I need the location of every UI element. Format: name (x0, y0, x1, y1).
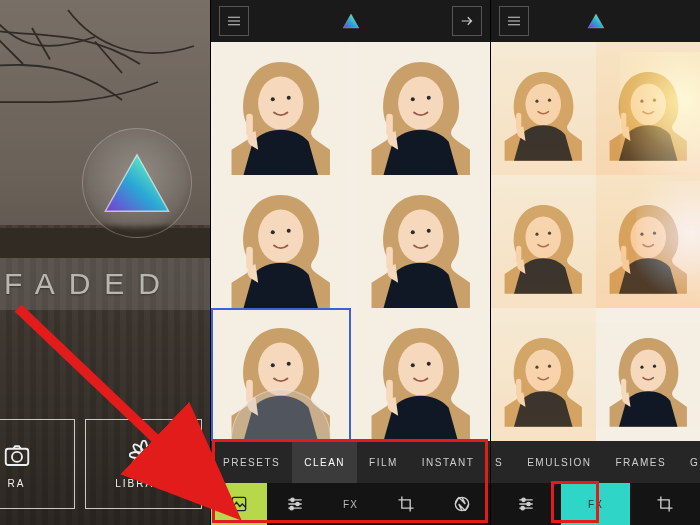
crop-icon (655, 494, 675, 514)
preset-thumb[interactable] (351, 42, 491, 175)
svg-point-27 (521, 507, 524, 510)
fx-label: FX (588, 499, 603, 510)
svg-marker-18 (343, 14, 359, 28)
top-bar (211, 0, 490, 42)
tab-clean[interactable]: CLEAN (292, 441, 357, 483)
tab-frames[interactable]: FRAMES (603, 441, 678, 483)
svg-point-20 (291, 498, 294, 501)
fx-thumb[interactable] (491, 175, 596, 308)
fx-thumb[interactable] (491, 308, 596, 441)
preset-thumb[interactable] (351, 308, 491, 441)
svg-point-26 (527, 502, 530, 505)
menu-icon (225, 12, 243, 30)
tool-fx[interactable]: FX (561, 483, 631, 525)
aperture-icon (452, 494, 472, 514)
app-logo (82, 128, 192, 238)
tab-gradients[interactable]: GRADIE (678, 441, 700, 483)
tool-lens[interactable] (434, 483, 490, 525)
tool-fx[interactable]: FX (323, 483, 379, 525)
export-icon (458, 12, 476, 30)
fx-label: FX (343, 499, 358, 510)
menu-button[interactable] (219, 6, 249, 36)
export-button[interactable] (452, 6, 482, 36)
svg-point-25 (522, 498, 525, 501)
bottom-toolbar: FX (491, 483, 700, 525)
svg-point-22 (290, 507, 293, 510)
callout-arrow (10, 300, 270, 520)
tab-film[interactable]: FILM (357, 441, 410, 483)
tab-fragment[interactable]: S (491, 441, 515, 483)
fx-thumb[interactable] (491, 42, 596, 175)
tool-adjust[interactable] (267, 483, 323, 525)
tool-crop[interactable] (630, 483, 700, 525)
prism-logo (102, 152, 172, 214)
editor-screen-fx: S EMULSION FRAMES GRADIE FX (490, 0, 700, 525)
menu-button[interactable] (499, 6, 529, 36)
sliders-icon (285, 494, 305, 514)
tab-instant[interactable]: INSTANT (410, 441, 487, 483)
top-bar (491, 0, 700, 42)
tool-crop[interactable] (378, 483, 434, 525)
tab-emulsion[interactable]: EMULSION (515, 441, 603, 483)
fx-thumb[interactable] (596, 308, 701, 441)
svg-point-21 (296, 502, 299, 505)
svg-marker-24 (588, 14, 604, 28)
svg-line-29 (18, 308, 220, 500)
prism-logo (342, 12, 360, 30)
fx-category-bar: S EMULSION FRAMES GRADIE (491, 441, 700, 483)
preset-thumb[interactable] (211, 42, 351, 175)
menu-icon (505, 12, 523, 30)
fx-thumb[interactable] (596, 42, 701, 175)
crop-icon (396, 494, 416, 514)
preset-thumb[interactable] (211, 175, 351, 308)
tool-adjust[interactable] (491, 483, 561, 525)
fx-grid (491, 42, 700, 441)
fx-thumb[interactable] (596, 175, 701, 308)
svg-marker-5 (105, 155, 168, 211)
prism-logo (587, 12, 605, 30)
sliders-icon (516, 494, 536, 514)
preset-thumb[interactable] (351, 175, 491, 308)
